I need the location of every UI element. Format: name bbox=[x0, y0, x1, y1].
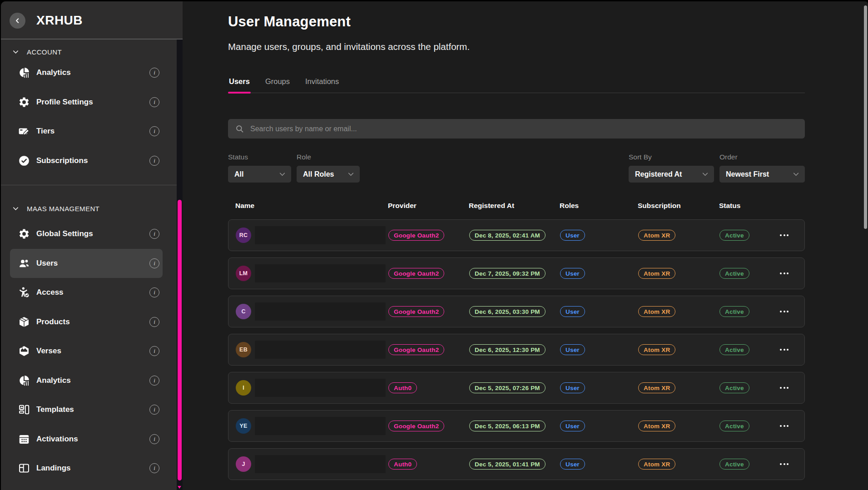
chevron-left-icon bbox=[14, 17, 21, 25]
table-header: Name Provider Registered At Roles Subscr… bbox=[228, 202, 805, 210]
row-actions-button[interactable] bbox=[778, 231, 791, 240]
sidebar-item-users[interactable]: Users i bbox=[10, 249, 163, 278]
sidebar-item-tiers[interactable]: Tiers i bbox=[10, 117, 163, 146]
table-row[interactable]: LM Google Oauth2 Dec 7, 2025, 09:32 PM U… bbox=[228, 257, 805, 289]
sidebar-section-header-maas-management[interactable]: MAAS MANAGEMENT bbox=[12, 202, 183, 215]
sidebar-section-header-account[interactable]: ACCOUNT bbox=[12, 45, 183, 58]
pie-chart-icon bbox=[18, 67, 30, 79]
sidebar-item-verses[interactable]: Verses i bbox=[10, 337, 163, 366]
info-icon[interactable]: i bbox=[149, 287, 159, 297]
search-input[interactable] bbox=[249, 124, 798, 134]
sidebar-item-products[interactable]: Products i bbox=[10, 307, 163, 337]
sidebar-item-analytics[interactable]: Analytics i bbox=[10, 366, 163, 396]
role-badge: User bbox=[560, 306, 585, 317]
sidebar-item-global-settings[interactable]: Global Settings i bbox=[10, 219, 163, 249]
table-row[interactable]: RC Google Oauth2 Dec 8, 2025, 02:41 AM U… bbox=[228, 219, 805, 251]
role-badge: User bbox=[560, 382, 585, 393]
tab-invitations[interactable]: Invitations bbox=[304, 77, 340, 93]
info-icon[interactable]: i bbox=[149, 463, 159, 473]
provider-badge: Auth0 bbox=[388, 459, 417, 470]
row-actions-button[interactable] bbox=[778, 383, 791, 392]
redacted-name bbox=[255, 379, 386, 397]
column-header-roles: Roles bbox=[560, 202, 638, 210]
status-select[interactable]: All bbox=[228, 166, 291, 183]
back-button[interactable] bbox=[10, 13, 25, 29]
role-badge: User bbox=[560, 459, 585, 470]
cube-scene-icon bbox=[18, 345, 30, 357]
sort-by-filter: Sort By Registered At bbox=[629, 153, 714, 183]
sidebar-section-label: MAAS MANAGEMENT bbox=[27, 205, 99, 213]
sidebar-item-subscriptions[interactable]: Subscriptions i bbox=[10, 146, 163, 176]
avatar: C bbox=[236, 304, 251, 319]
table-row[interactable]: YE Google Oauth2 Dec 5, 2025, 06:13 PM U… bbox=[228, 410, 805, 442]
sidebar-item-access[interactable]: Access i bbox=[10, 278, 163, 307]
subscription-badge: Atom XR bbox=[638, 382, 675, 393]
brand-logo: XRHUB bbox=[36, 13, 83, 28]
info-icon[interactable]: i bbox=[149, 126, 159, 136]
sidebar-scrollbar-down-arrow[interactable] bbox=[178, 486, 181, 489]
sidebar-scrollbar[interactable] bbox=[177, 40, 183, 490]
order-filter-label: Order bbox=[719, 153, 805, 162]
provider-badge: Google Oauth2 bbox=[388, 421, 444, 431]
info-icon[interactable]: i bbox=[149, 258, 159, 268]
info-icon[interactable]: i bbox=[149, 97, 159, 107]
column-header-provider: Provider bbox=[388, 202, 469, 210]
subscription-badge: Atom XR bbox=[638, 344, 675, 355]
redacted-name bbox=[255, 226, 386, 244]
provider-badge: Google Oauth2 bbox=[388, 268, 444, 279]
gear-icon bbox=[18, 228, 30, 240]
table-row[interactable]: J Auth0 Dec 5, 2025, 01:41 PM User Atom … bbox=[228, 448, 805, 480]
info-icon[interactable]: i bbox=[149, 376, 159, 386]
info-icon[interactable]: i bbox=[149, 405, 159, 415]
role-select[interactable]: All Roles bbox=[297, 166, 360, 183]
row-actions-button[interactable] bbox=[778, 307, 791, 316]
status-badge: Active bbox=[719, 459, 749, 470]
provider-badge: Google Oauth2 bbox=[388, 344, 444, 355]
redacted-name bbox=[255, 455, 386, 473]
sidebar-item-analytics[interactable]: Analytics i bbox=[10, 58, 163, 88]
info-icon[interactable]: i bbox=[149, 434, 159, 444]
sidebar: XRHUB ACCOUNT Analytics i Profile Settin… bbox=[1, 1, 183, 490]
role-filter-label: Role bbox=[297, 153, 360, 162]
info-icon[interactable]: i bbox=[149, 68, 159, 78]
registered-at-badge: Dec 6, 2025, 03:30 PM bbox=[469, 306, 546, 317]
info-icon[interactable]: i bbox=[149, 156, 159, 166]
sidebar-item-landings[interactable]: Landings i bbox=[10, 454, 163, 483]
tab-users[interactable]: Users bbox=[228, 77, 251, 93]
registered-at-badge: Dec 5, 2025, 01:41 PM bbox=[469, 459, 546, 470]
info-icon[interactable]: i bbox=[149, 317, 159, 327]
status-badge: Active bbox=[719, 421, 749, 431]
table-row[interactable]: EB Google Oauth2 Dec 6, 2025, 12:30 PM U… bbox=[228, 334, 805, 366]
tab-groups[interactable]: Groups bbox=[264, 77, 291, 93]
row-actions-button[interactable] bbox=[778, 269, 791, 278]
sidebar-nav: ACCOUNT Analytics i Profile Settings i T… bbox=[1, 40, 183, 490]
info-icon[interactable]: i bbox=[149, 346, 159, 356]
row-actions-button[interactable] bbox=[778, 345, 791, 354]
check-circle-icon bbox=[18, 155, 30, 167]
row-actions-button[interactable] bbox=[778, 421, 791, 431]
sidebar-item-profile-settings[interactable]: Profile Settings i bbox=[10, 88, 163, 117]
table-row[interactable]: C Google Oauth2 Dec 6, 2025, 03:30 PM Us… bbox=[228, 296, 805, 327]
avatar: YE bbox=[236, 418, 251, 434]
role-badge: User bbox=[560, 344, 585, 355]
page-scrollbar[interactable] bbox=[863, 1, 868, 490]
row-actions-button[interactable] bbox=[778, 460, 791, 469]
app-window: XRHUB ACCOUNT Analytics i Profile Settin… bbox=[1, 1, 868, 490]
info-icon[interactable]: i bbox=[149, 229, 159, 239]
sidebar-item-templates[interactable]: Templates i bbox=[10, 395, 163, 425]
avatar: RC bbox=[236, 228, 251, 243]
sort-by-select[interactable]: Registered At bbox=[629, 166, 714, 183]
subscription-badge: Atom XR bbox=[638, 268, 675, 279]
membership-card-icon bbox=[18, 125, 30, 137]
registered-at-badge: Dec 7, 2025, 09:32 PM bbox=[469, 268, 546, 279]
redacted-name bbox=[255, 417, 386, 435]
sidebar-item-activations[interactable]: Activations i bbox=[10, 425, 163, 454]
page-scrollbar-thumb[interactable] bbox=[864, 5, 867, 229]
order-select[interactable]: Newest First bbox=[719, 166, 805, 183]
sidebar-scrollbar-thumb[interactable] bbox=[178, 200, 182, 480]
templates-layout-icon bbox=[18, 404, 30, 416]
avatar: EB bbox=[236, 342, 251, 357]
status-badge: Active bbox=[719, 344, 749, 355]
column-header-registered-at: Registered At bbox=[469, 202, 560, 210]
table-row[interactable]: I Auth0 Dec 5, 2025, 07:26 PM User Atom … bbox=[228, 372, 805, 404]
